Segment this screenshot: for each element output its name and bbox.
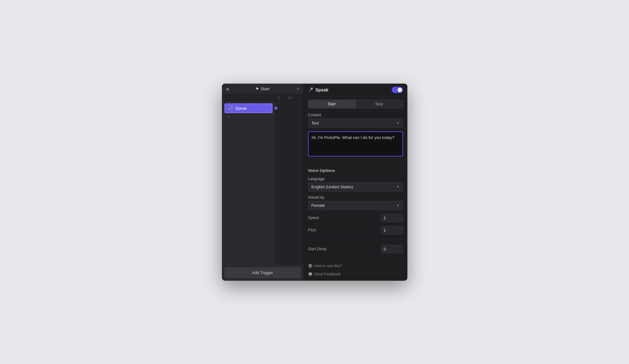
how-to-icon: ? (308, 264, 312, 268)
divider-3 (308, 258, 403, 259)
language-label: Language (308, 177, 403, 181)
speed-row: Speed (308, 214, 403, 222)
right-panel-title: Speak (316, 87, 328, 92)
how-to-link[interactable]: ? How to use this? (308, 264, 403, 268)
content-type-wrapper: Text Variable (308, 119, 403, 128)
right-panel: 🎤 Speak Start Stop Content Text (304, 84, 407, 281)
app-window: ◀ ⚑ Start + 0 0.2 (222, 84, 407, 281)
speak-item-label: Speak (235, 106, 247, 111)
pitch-label: Pitch (308, 228, 317, 232)
add-action-header-button[interactable]: + (296, 86, 299, 92)
left-panel: ◀ ⚑ Start + 0 0.2 (222, 84, 304, 281)
feedback-icon: ✉ (308, 272, 312, 276)
ruler-mark-0: 0 (278, 96, 280, 100)
text-content-area: Hi, I'm ProtoPie. What can I do for you … (308, 131, 403, 158)
trigger-list: 🔊 Speak + (222, 101, 275, 265)
language-select[interactable]: English (United States) English (UK) Spa… (308, 182, 403, 191)
divider-2 (308, 240, 403, 240)
divider-1 (308, 163, 403, 163)
ruler-mark-02: 0.2 (288, 96, 292, 100)
flag-icon: ⚑ (256, 87, 259, 91)
timeline-ruler: 0 0.2 (222, 95, 303, 101)
pitch-row: Pitch (308, 226, 403, 234)
voice-options-section: Voice Options (308, 168, 403, 173)
speak-right-icon: 🎤 (308, 87, 313, 92)
speak-text-input[interactable]: Hi, I'm ProtoPie. What can I do for you … (308, 131, 403, 157)
start-delay-row: Start Delay (308, 245, 403, 253)
speed-input[interactable] (381, 214, 403, 222)
language-section: Language English (United States) English… (308, 177, 403, 191)
voiced-by-label: Voiced by (308, 195, 403, 200)
start-label: Start (261, 86, 269, 91)
trigger-area: 🔊 Speak + (222, 101, 303, 265)
speak-dot (274, 107, 278, 110)
start-delay-input[interactable] (381, 245, 403, 253)
tab-start[interactable]: Start (308, 100, 356, 108)
how-to-label: How to use this? (314, 264, 342, 268)
speak-item[interactable]: 🔊 Speak (224, 103, 273, 113)
speak-item-container: 🔊 Speak + (222, 101, 275, 123)
add-icon: + (228, 114, 230, 119)
right-body: Content Text Variable Hi, I'm ProtoPie. … (304, 108, 407, 281)
feedback-label: Send Feedback (314, 272, 341, 276)
right-title: 🎤 Speak (308, 87, 328, 92)
voice-options-label: Voice Options (308, 168, 403, 173)
tabs-row: Start Stop (308, 100, 403, 108)
start-delay-label: Start Delay (308, 247, 327, 251)
main-content: ◀ ⚑ Start + 0 0.2 (222, 84, 407, 281)
feedback-link[interactable]: ✉ Send Feedback (308, 272, 403, 276)
pitch-input[interactable] (381, 226, 403, 234)
timeline-col (275, 101, 303, 265)
language-select-wrapper: English (United States) English (UK) Spa… (308, 182, 403, 191)
voiced-by-select-wrapper: Female Male (308, 201, 403, 210)
voiced-by-select[interactable]: Female Male (308, 201, 403, 210)
content-type-select[interactable]: Text Variable (308, 119, 403, 128)
content-label: Content (308, 113, 403, 117)
enable-toggle[interactable] (392, 87, 403, 93)
speed-label: Speed (308, 216, 319, 220)
chevron-left-icon[interactable]: ◀ (226, 87, 229, 91)
add-trigger-button[interactable]: Add Trigger (224, 267, 301, 278)
voiced-by-section: Voiced by Female Male (308, 195, 403, 210)
left-header: ◀ ⚑ Start + (222, 84, 303, 95)
speak-waveform-icon: 🔊 (228, 106, 233, 110)
content-section: Content Text Variable (308, 113, 403, 128)
left-header-title: ⚑ Start (256, 86, 269, 91)
tab-stop[interactable]: Stop (356, 100, 403, 108)
add-action-button[interactable]: + (224, 113, 273, 120)
right-header: 🎤 Speak (304, 84, 407, 97)
